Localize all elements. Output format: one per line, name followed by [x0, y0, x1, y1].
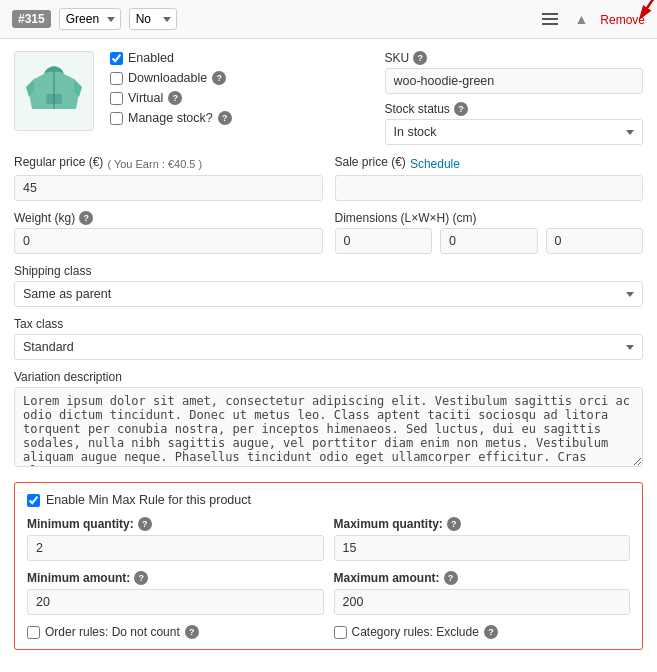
weight-label: Weight (kg) — [14, 211, 75, 225]
dimensions-inputs — [335, 228, 644, 254]
min-amount-input[interactable] — [27, 589, 324, 615]
sku-input[interactable] — [385, 68, 644, 94]
category-rules-help-icon[interactable]: ? — [484, 625, 498, 639]
category-rules-checkbox[interactable] — [334, 626, 347, 639]
min-amount-label: Minimum amount: — [27, 571, 130, 585]
dimension-w-input[interactable] — [440, 228, 538, 254]
sale-price-input[interactable] — [335, 175, 644, 201]
max-amount-input[interactable] — [334, 589, 631, 615]
stock-status-select[interactable]: In stock Out of stock On backorder — [385, 119, 644, 145]
shipping-class-select[interactable]: Same as parent Flat rate Free shipping — [14, 281, 643, 307]
svg-line-1 — [643, 0, 657, 14]
order-rules-label: Order rules: Do not count — [45, 625, 180, 639]
weight-input[interactable] — [14, 228, 323, 254]
schedule-link[interactable]: Schedule — [410, 157, 460, 171]
tax-class-label: Tax class — [14, 317, 643, 331]
weight-help-icon[interactable]: ? — [79, 211, 93, 225]
downloadable-label: Downloadable — [128, 71, 207, 85]
earn-sublabel: ( You Earn : €40.5 ) — [107, 158, 202, 170]
variation-id: #315 — [12, 10, 51, 28]
sku-label: SKU ? — [385, 51, 644, 65]
min-qty-input[interactable] — [27, 535, 324, 561]
manage-stock-checkbox[interactable] — [110, 112, 123, 125]
category-rules-label: Category rules: Exclude — [352, 625, 479, 639]
downloadable-checkbox-row[interactable]: Downloadable ? — [110, 71, 369, 85]
menu-button[interactable] — [538, 9, 562, 29]
sale-price-label: Sale price (€) — [335, 155, 406, 169]
min-qty-field: Minimum quantity: ? — [27, 517, 324, 561]
max-amount-label: Maximum amount: — [334, 571, 440, 585]
min-max-amount-row: Minimum amount: ? Maximum amount: ? — [27, 571, 630, 615]
sku-help-icon[interactable]: ? — [413, 51, 427, 65]
sku-field-group: SKU ? — [385, 51, 644, 94]
sale-price-field: Sale price (€) Schedule — [335, 155, 644, 201]
downloadable-help-icon[interactable]: ? — [212, 71, 226, 85]
sku-stock-column: SKU ? Stock status ? In stock Out of sto… — [385, 51, 644, 145]
min-max-enable-row: Enable Min Max Rule for this product — [27, 493, 630, 507]
virtual-label: Virtual — [128, 91, 163, 105]
min-qty-label: Minimum quantity: — [27, 517, 134, 531]
remove-link[interactable]: Remove — [600, 13, 645, 27]
order-rules-checkbox-row[interactable]: Order rules: Do not count ? — [27, 625, 324, 639]
regular-price-label: Regular price (€) — [14, 155, 103, 169]
stock-status-label: Stock status ? — [385, 102, 644, 116]
order-rules-checkbox[interactable] — [27, 626, 40, 639]
virtual-help-icon[interactable]: ? — [168, 91, 182, 105]
min-max-qty-row: Minimum quantity: ? Maximum quantity: ? — [27, 517, 630, 561]
price-section: Regular price (€) ( You Earn : €40.5 ) S… — [14, 155, 643, 201]
shipping-class-label: Shipping class — [14, 264, 643, 278]
downloadable-checkbox[interactable] — [110, 72, 123, 85]
bottom-checkboxes: Order rules: Do not count ? Category rul… — [27, 625, 630, 639]
virtual-checkbox-row[interactable]: Virtual ? — [110, 91, 369, 105]
dimension-l-input[interactable] — [335, 228, 433, 254]
hoodie-svg — [24, 59, 84, 124]
max-amount-help-icon[interactable]: ? — [444, 571, 458, 585]
min-max-enable-checkbox[interactable] — [27, 494, 40, 507]
dimensions-label: Dimensions (L×W×H) (cm) — [335, 211, 644, 225]
min-amount-help-icon[interactable]: ? — [134, 571, 148, 585]
variation-desc-section: Variation description Lorem ipsum dolor … — [14, 370, 643, 470]
dimensions-field: Dimensions (L×W×H) (cm) — [335, 211, 644, 254]
regular-price-input[interactable] — [14, 175, 323, 201]
manage-stock-help-icon[interactable]: ? — [218, 111, 232, 125]
variation-desc-textarea[interactable]: Lorem ipsum dolor sit amet, consectetur … — [14, 387, 643, 467]
max-qty-label: Maximum quantity: — [334, 517, 443, 531]
variation-header: #315 Green Red Blue Black No Yes ▲ Remov… — [0, 0, 657, 39]
virtual-checkbox[interactable] — [110, 92, 123, 105]
enabled-checkbox[interactable] — [110, 52, 123, 65]
enabled-label: Enabled — [128, 51, 174, 65]
dimension-h-input[interactable] — [546, 228, 644, 254]
min-amount-field: Minimum amount: ? — [27, 571, 324, 615]
max-qty-field: Maximum quantity: ? — [334, 517, 631, 561]
tax-class-select[interactable]: Standard Reduced rate Zero rate — [14, 334, 643, 360]
min-max-enable-label: Enable Min Max Rule for this product — [46, 493, 251, 507]
weight-field: Weight (kg) ? — [14, 211, 323, 254]
max-amount-field: Maximum amount: ? — [334, 571, 631, 615]
manage-stock-checkbox-row[interactable]: Manage stock? ? — [110, 111, 369, 125]
regular-price-field: Regular price (€) ( You Earn : €40.5 ) — [14, 155, 323, 201]
max-qty-help-icon[interactable]: ? — [447, 517, 461, 531]
checkboxes-column: Enabled Downloadable ? Virtual ? Manage … — [110, 51, 369, 125]
shipping-class-section: Shipping class Same as parent Flat rate … — [14, 264, 643, 307]
manage-stock-label: Manage stock? — [128, 111, 213, 125]
order-rules-help-icon[interactable]: ? — [185, 625, 199, 639]
min-max-rule-box: Enable Min Max Rule for this product Min… — [14, 482, 643, 650]
sort-handle[interactable]: ▲ — [570, 9, 592, 29]
weight-dimensions-section: Weight (kg) ? Dimensions (L×W×H) (cm) — [14, 211, 643, 254]
product-image[interactable] — [14, 51, 94, 131]
tax-class-section: Tax class Standard Reduced rate Zero rat… — [14, 317, 643, 360]
category-rules-checkbox-row[interactable]: Category rules: Exclude ? — [334, 625, 631, 639]
stock-status-help-icon[interactable]: ? — [454, 102, 468, 116]
no-select[interactable]: No Yes — [129, 8, 177, 30]
color-select[interactable]: Green Red Blue Black — [59, 8, 121, 30]
variation-desc-label: Variation description — [14, 370, 643, 384]
variation-body: Enabled Downloadable ? Virtual ? Manage … — [0, 39, 657, 662]
min-qty-help-icon[interactable]: ? — [138, 517, 152, 531]
stock-status-field-group: Stock status ? In stock Out of stock On … — [385, 102, 644, 145]
enabled-checkbox-row[interactable]: Enabled — [110, 51, 369, 65]
max-qty-input[interactable] — [334, 535, 631, 561]
